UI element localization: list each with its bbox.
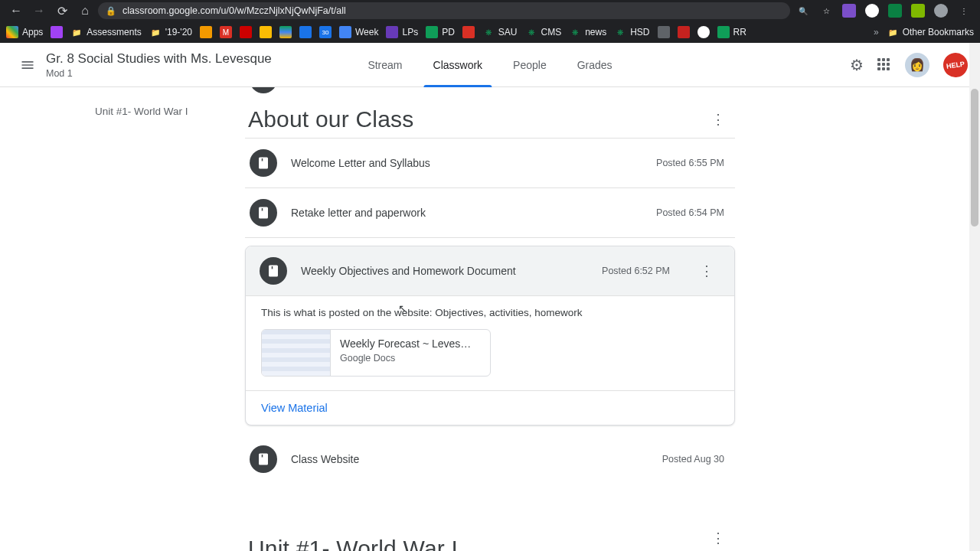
bookmark-pd[interactable]: PD xyxy=(426,26,455,38)
ext-2-icon[interactable] xyxy=(865,4,879,18)
topic-about-header: About our Class ⋮ xyxy=(245,106,735,139)
material-row[interactable]: Retake letter and paperwork Posted 6:54 … xyxy=(245,188,735,238)
bookmark-item[interactable]: 30 xyxy=(319,26,332,38)
profile-icon[interactable] xyxy=(934,4,948,18)
help-button[interactable]: HELP xyxy=(942,51,969,78)
topic-unit1-header: Unit #1- World War I ⋮ xyxy=(245,514,735,551)
class-name: Gr. 8 Social Studies with Ms. Levesque xyxy=(46,51,272,67)
material-date: Posted 6:54 PM xyxy=(656,207,724,218)
material-title: Retake letter and paperwork xyxy=(291,207,642,219)
bookmark-item[interactable] xyxy=(200,26,212,38)
material-date: Posted 6:55 PM xyxy=(656,158,724,168)
url-text: classroom.google.com/u/0/w/MzczNjlxNjQwN… xyxy=(122,5,346,16)
material-row-prev[interactable] xyxy=(245,87,735,104)
other-bookmarks[interactable]: 📁Other Bookmarks xyxy=(887,26,974,38)
bookmark-lps[interactable]: LPs xyxy=(386,26,418,38)
bookmark-item[interactable] xyxy=(697,26,710,38)
attachment-title: Weekly Forecast ~ Leves… xyxy=(340,337,471,350)
class-title-block[interactable]: Gr. 8 Social Studies with Ms. Levesque M… xyxy=(46,51,272,79)
bookmark-item[interactable] xyxy=(240,26,252,38)
main-menu-button[interactable] xyxy=(12,50,43,80)
bookmark-item[interactable] xyxy=(658,26,670,38)
material-icon xyxy=(250,87,277,93)
attachment-thumb xyxy=(262,330,331,376)
bookmark-rr[interactable]: RR xyxy=(717,26,746,38)
chrome-menu-icon[interactable]: ⋮ xyxy=(957,4,971,18)
topic-unit1-menu[interactable]: ⋮ xyxy=(704,524,732,551)
lock-icon: 🔒 xyxy=(106,6,116,16)
bookmark-item[interactable] xyxy=(462,26,475,38)
material-icon xyxy=(250,445,277,473)
material-date: Posted 6:52 PM xyxy=(602,266,670,276)
material-description: This is what is posted on the website: O… xyxy=(261,307,719,318)
bookmark-assessments[interactable]: 📁Assessments xyxy=(70,26,141,38)
settings-button[interactable]: ⚙ xyxy=(850,56,864,74)
attachment-type: Google Docs xyxy=(340,353,471,364)
material-icon xyxy=(260,257,287,285)
address-bar[interactable]: 🔒 classroom.google.com/u/0/w/MzczNjlxNjQ… xyxy=(98,2,790,19)
bookmark-apps[interactable]: Apps xyxy=(6,26,43,38)
nav-tabs: Stream Classwork People Grades xyxy=(352,43,627,87)
bookmark-1920[interactable]: 📁'19-'20 xyxy=(149,26,192,38)
reload-icon[interactable]: ⟳ xyxy=(55,4,69,18)
bookmark-item[interactable] xyxy=(279,26,292,38)
material-row[interactable]: Class Website Posted Aug 30 xyxy=(245,435,735,484)
material-row[interactable]: Welcome Letter and Syllabus Posted 6:55 … xyxy=(245,139,735,188)
material-row-expanded[interactable]: Weekly Objectives and Homework Document … xyxy=(246,246,734,296)
google-apps-button[interactable] xyxy=(877,58,891,72)
topic-about-menu[interactable]: ⋮ xyxy=(704,106,732,133)
bookmark-week[interactable]: Week xyxy=(339,26,378,38)
star-icon[interactable]: ☆ xyxy=(819,4,833,18)
vertical-scrollbar[interactable] xyxy=(969,43,980,551)
material-title: Weekly Objectives and Homework Document xyxy=(301,265,588,277)
bookmark-sau[interactable]: ❋SAU xyxy=(482,26,518,38)
bookmark-hsd[interactable]: ❋HSD xyxy=(614,26,649,38)
account-avatar[interactable]: 👩 xyxy=(905,53,929,77)
material-date: Posted Aug 30 xyxy=(662,454,724,465)
class-section: Mod 1 xyxy=(46,68,272,79)
bookmarks-bar: Apps 📁Assessments 📁'19-'20 M 30 Week LPs… xyxy=(0,21,980,43)
tab-stream[interactable]: Stream xyxy=(352,43,417,87)
material-icon xyxy=(250,199,277,227)
ext-4-icon[interactable] xyxy=(911,4,925,18)
back-icon[interactable]: ← xyxy=(9,4,23,18)
topics-sidebar: Unit #1- World War I xyxy=(0,87,230,551)
home-icon[interactable]: ⌂ xyxy=(78,4,92,18)
sidebar-topic-unit1[interactable]: Unit #1- World War I xyxy=(18,99,211,123)
material-menu[interactable]: ⋮ xyxy=(693,257,720,285)
forward-icon[interactable]: → xyxy=(32,4,46,18)
zoom-icon[interactable]: 🔍 xyxy=(796,4,810,18)
topic-unit1-title[interactable]: Unit #1- World War I xyxy=(248,536,458,551)
bookmark-item[interactable]: M xyxy=(220,26,232,38)
bookmark-item[interactable] xyxy=(678,26,690,38)
tab-grades[interactable]: Grades xyxy=(562,43,628,87)
tab-classwork[interactable]: Classwork xyxy=(418,43,498,87)
scrollbar-thumb[interactable] xyxy=(971,89,978,227)
bookmark-item[interactable] xyxy=(260,26,272,38)
material-icon xyxy=(250,149,277,177)
classwork-main: About our Class ⋮ Welcome Letter and Syl… xyxy=(245,87,735,551)
bookmark-item[interactable] xyxy=(299,26,312,38)
topic-about-title[interactable]: About our Class xyxy=(248,106,413,132)
classroom-header: Gr. 8 Social Studies with Ms. Levesque M… xyxy=(0,43,980,87)
material-title: Welcome Letter and Syllabus xyxy=(291,157,642,169)
material-expanded-card: Weekly Objectives and Homework Document … xyxy=(245,246,735,425)
bookmark-item[interactable] xyxy=(51,26,63,38)
ext-1-icon[interactable] xyxy=(842,4,856,18)
hamburger-icon xyxy=(20,57,35,73)
bookmark-news[interactable]: ❋news xyxy=(569,26,606,38)
attachment[interactable]: Weekly Forecast ~ Leves… Google Docs xyxy=(261,329,491,377)
material-title: Class Website xyxy=(291,453,648,465)
bookmark-cms[interactable]: ❋CMS xyxy=(525,26,562,38)
browser-chrome: ← → ⟳ ⌂ 🔒 classroom.google.com/u/0/w/Mzc… xyxy=(0,0,980,43)
bookmarks-overflow-icon[interactable]: » xyxy=(874,27,879,37)
ext-3-icon[interactable] xyxy=(888,4,902,18)
tab-people[interactable]: People xyxy=(498,43,562,87)
view-material-button[interactable]: View Material xyxy=(246,391,734,425)
